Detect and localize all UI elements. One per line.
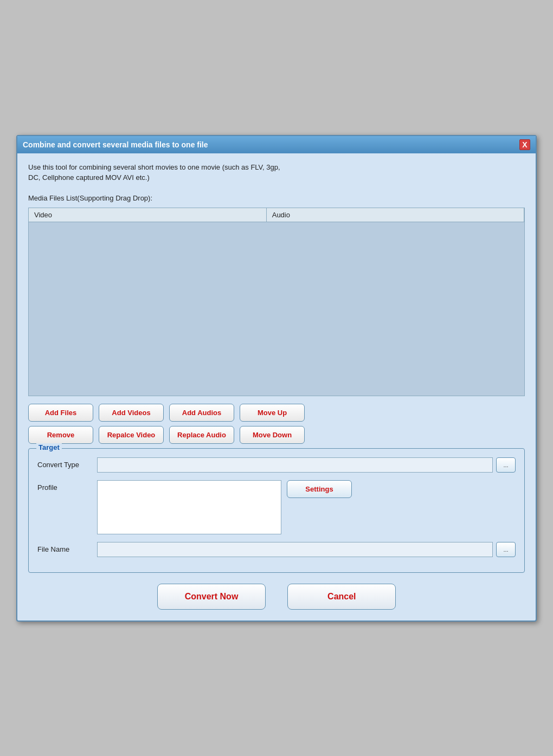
description-text: Use this tool for combining several shor…: [28, 162, 525, 183]
convert-type-row: Convert Type ...: [37, 457, 516, 473]
file-list-body[interactable]: [29, 222, 524, 396]
add-videos-button[interactable]: Add Videos: [99, 404, 164, 422]
convert-type-label: Convert Type: [37, 461, 97, 469]
profile-textarea[interactable]: [97, 480, 281, 534]
file-list-label: Media Files List(Supporting Drag Drop):: [28, 194, 525, 202]
target-group: Target Convert Type ... Profile Settings…: [28, 448, 525, 573]
add-files-button[interactable]: Add Files: [28, 404, 93, 422]
bottom-buttons: Convert Now Cancel: [28, 584, 525, 610]
settings-button[interactable]: Settings: [287, 480, 352, 498]
remove-button[interactable]: Remove: [28, 426, 93, 444]
dialog-content: Use this tool for combining several shor…: [17, 153, 536, 621]
cancel-button[interactable]: Cancel: [287, 584, 396, 610]
file-list-header: Video Audio: [29, 208, 524, 222]
main-dialog: Combine and convert several media files …: [16, 135, 537, 622]
profile-row: Profile Settings: [37, 480, 516, 534]
profile-label: Profile: [37, 480, 97, 492]
move-up-button[interactable]: Move Up: [240, 404, 305, 422]
file-name-browse-button[interactable]: ...: [496, 542, 516, 557]
add-audios-button[interactable]: Add Audios: [169, 404, 234, 422]
target-legend: Target: [36, 443, 62, 451]
file-name-row: File Name ...: [37, 542, 516, 557]
buttons-row-1: Add Files Add Videos Add Audios Move Up: [28, 404, 525, 422]
dialog-title: Combine and convert several media files …: [23, 140, 208, 149]
close-button[interactable]: X: [519, 139, 530, 150]
title-bar: Combine and convert several media files …: [17, 136, 536, 153]
convert-type-input[interactable]: [97, 457, 493, 473]
convert-now-button[interactable]: Convert Now: [157, 584, 266, 610]
move-down-button[interactable]: Move Down: [240, 426, 305, 444]
audio-column-header: Audio: [267, 208, 524, 222]
convert-type-browse-button[interactable]: ...: [496, 457, 516, 473]
file-list[interactable]: Video Audio: [28, 208, 525, 396]
file-name-input[interactable]: [97, 542, 493, 557]
video-column-header: Video: [29, 208, 267, 222]
file-name-label: File Name: [37, 545, 97, 553]
replace-video-button[interactable]: Repalce Video: [99, 426, 164, 444]
buttons-row-2: Remove Repalce Video Replace Audio Move …: [28, 426, 525, 444]
replace-audio-button[interactable]: Replace Audio: [169, 426, 234, 444]
